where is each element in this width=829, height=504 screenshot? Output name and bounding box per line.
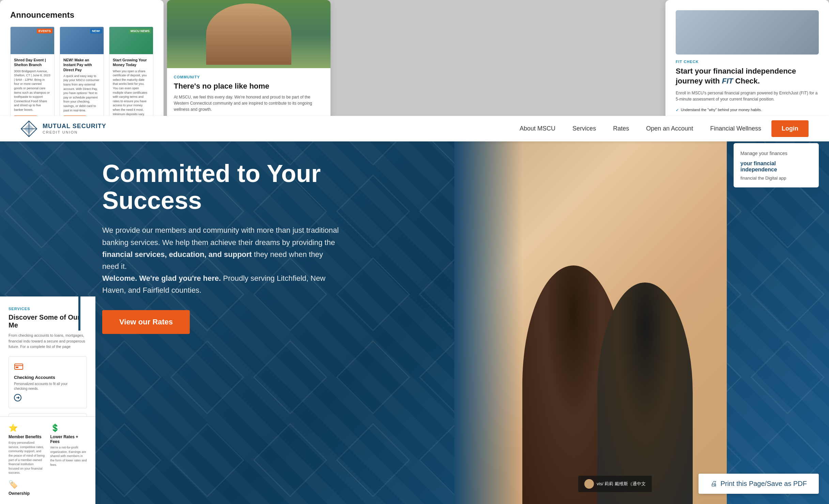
- hero-title: Committed to Your Success: [102, 160, 341, 214]
- announcements-grid: EVENTS Shred Day Event | Shelton Branch …: [10, 27, 153, 130]
- nav-rates[interactable]: Rates: [613, 125, 629, 132]
- navigation-bar: MUTUAL SECURITY CREDIT UNION About MSCU …: [0, 116, 829, 141]
- community-title: There's no place like home: [174, 82, 324, 91]
- view-rates-button[interactable]: View our Rates: [102, 310, 190, 334]
- nav-open-account[interactable]: Open an Account: [646, 125, 693, 132]
- fit-description: Enroll in MSCU's personal financial prog…: [676, 90, 819, 102]
- badge-events: EVENTS: [37, 29, 52, 33]
- member-benefits-item: ⭐ Member Benefits Enjoy personalized ser…: [9, 424, 45, 475]
- community-text: At MSCU, we feel this every day. We're h…: [174, 94, 324, 112]
- community-tag: COMMUNITY: [174, 75, 324, 79]
- hero-content: Committed to Your Success We provide our…: [102, 160, 341, 334]
- badge-news: MSCU NEWS: [129, 29, 151, 33]
- member-benefits-text: Enjoy personalized service, competitive …: [9, 441, 45, 475]
- lower-rates-icon: 💲: [50, 424, 87, 432]
- badge-new: NEW!: [90, 29, 102, 33]
- nav-about[interactable]: About MSCU: [520, 125, 555, 132]
- member-benefits-icon: ⭐: [9, 424, 45, 432]
- svg-rect-8: [15, 364, 23, 369]
- lower-rates-item: 💲 Lower Rates + Fees We're a not-for-pro…: [50, 424, 87, 475]
- lower-rates-text: We're a not-for-profit organization. Ear…: [50, 445, 87, 467]
- nav-links: About MSCU Services Rates Open an Accoun…: [520, 125, 761, 132]
- fit-bg-image: [676, 10, 819, 55]
- checking-title: Checking Accounts: [14, 375, 81, 380]
- discover-tag: SERVICES: [9, 307, 87, 311]
- nav-financial-wellness[interactable]: Financial Wellness: [710, 125, 761, 132]
- member-benefits-title: Member Benefits: [9, 434, 45, 439]
- app-panel-text: Manage your finances: [740, 150, 812, 157]
- lower-rates-title: Lower Rates + Fees: [50, 434, 87, 444]
- member-benefits-panel: ⭐ Member Benefits Enjoy personalized ser…: [0, 416, 95, 504]
- checking-text: Personalized accounts to fit all your ch…: [14, 382, 81, 391]
- announcement-title-2: NEW! Make an Instant Pay with Direct Pay: [63, 58, 100, 72]
- announcement-card-2: NEW! NEW! Make an Instant Pay with Direc…: [60, 27, 104, 130]
- login-button[interactable]: Login: [771, 120, 809, 137]
- hero-photo-area: [454, 126, 727, 504]
- community-image: [167, 0, 331, 68]
- discover-title: Discover Some of Our Me: [9, 314, 87, 329]
- announcement-img-1: EVENTS: [11, 27, 54, 54]
- announcement-text-2: A quick and easy way to pay your MSCU co…: [63, 74, 100, 112]
- ownership-icon: 🏷️: [9, 480, 45, 489]
- hero-panel: Committed to Your Success We provide our…: [0, 126, 829, 504]
- announcement-title-1: Shred Day Event | Shelton Branch: [14, 58, 51, 67]
- fit-title: Start your financial independence journe…: [676, 66, 819, 86]
- announcement-text-1: 3000 Bridgeport Avenue, Shelton, CT | Ju…: [14, 69, 51, 112]
- ownership-item: 🏷️ Ownership: [9, 480, 45, 497]
- svg-rect-10: [16, 367, 18, 368]
- logo-diamond-icon: [20, 120, 37, 137]
- checklist-item-1: ✓ Understand the "why" behind your money…: [676, 106, 819, 114]
- announcement-text-3: When you open a share certificate of dep…: [113, 69, 150, 117]
- person-2: [597, 282, 693, 504]
- app-panel-inner: Manage your finances your financialindep…: [734, 143, 819, 187]
- app-description: financial the Digital app: [740, 175, 812, 181]
- service-checking: Checking Accounts Personalized accounts …: [9, 356, 87, 408]
- app-panel-title: your financialindependence: [740, 161, 812, 173]
- accessibility-bar: vis/ 莉莉 戴维斯（通中文: [578, 476, 652, 492]
- checking-arrow-icon[interactable]: [14, 394, 21, 401]
- nav-logo[interactable]: MUTUAL SECURITY CREDIT UNION: [20, 120, 106, 137]
- announcement-title-3: Start Growing Your Money Today: [113, 58, 150, 67]
- ownership-title: Ownership: [9, 491, 45, 496]
- fit-tag: FIT CHECK: [676, 60, 819, 64]
- logo-text: MUTUAL SECURITY: [43, 123, 106, 130]
- announcement-card-1: EVENTS Shred Day Event | Shelton Branch …: [10, 27, 55, 130]
- nav-services[interactable]: Services: [572, 125, 596, 132]
- check-1-icon: ✓: [676, 108, 679, 112]
- discover-text: From checking accounts to loans, mortgag…: [9, 333, 87, 350]
- hero-description: We provide our members and community wit…: [102, 224, 341, 296]
- user-avatar-icon: [584, 479, 594, 489]
- announcement-img-2: NEW!: [60, 27, 104, 54]
- gradient-overlay: [454, 126, 522, 504]
- logo-subtext: CREDIT UNION: [43, 130, 106, 135]
- checking-icon: [14, 362, 24, 372]
- print-icon: 🖨: [710, 480, 717, 488]
- announcements-title: Announcements: [10, 10, 153, 20]
- community-panel: COMMUNITY There's no place like home At …: [167, 0, 331, 129]
- accessibility-label: vis/ 莉莉 戴维斯（通中文: [597, 481, 646, 487]
- print-button[interactable]: 🖨 Print this Page/Save as PDF: [698, 474, 819, 494]
- announcement-card-3: MSCU NEWS Start Growing Your Money Today…: [109, 27, 153, 130]
- announcement-img-3: MSCU NEWS: [109, 27, 153, 54]
- vertical-accent-bar: [78, 296, 80, 331]
